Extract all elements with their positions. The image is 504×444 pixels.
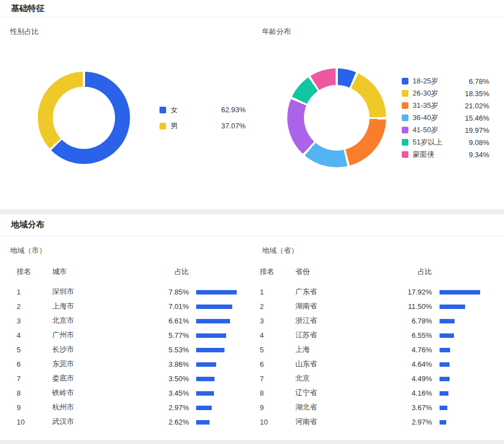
ratio-bar	[196, 420, 209, 425]
region-distribution-header: 地域分布	[0, 214, 504, 236]
legend-item-gender-1[interactable]: 男37.07%	[159, 122, 246, 131]
column-header-province: 省份	[296, 267, 385, 277]
age-legend: 18-25岁6.78%26-30岁18.35%31-35岁21.02%36-40…	[402, 77, 490, 159]
ratio-bar-cell	[189, 360, 241, 368]
ratio-bar-cell	[189, 389, 241, 397]
age-donut-chart	[287, 68, 386, 167]
gender-chart-body: 女62.93%男37.07%	[0, 37, 252, 199]
ratio-bar	[196, 348, 224, 352]
ratio-bar-cell	[432, 403, 489, 412]
rank-value: 8	[260, 389, 296, 397]
rank-value: 9	[17, 403, 52, 412]
legend-value: 19.97%	[465, 126, 489, 134]
legend-swatch-icon	[159, 123, 166, 129]
age-chart-label: 年龄分布	[252, 17, 504, 37]
region-name: 北京市	[52, 316, 141, 326]
table-row-city-6: 6东莞市3.86%	[17, 357, 241, 371]
region-distribution-title: 地域分布	[11, 219, 44, 230]
ratio-bar-cell	[189, 346, 241, 354]
gender-legend: 女62.93%男37.07%	[159, 106, 246, 131]
ratio-bar	[440, 420, 446, 425]
region-name: 铁岭市	[52, 388, 141, 398]
ratio-bar-cell	[189, 375, 241, 383]
gender-donut-chart	[38, 72, 130, 164]
region-name: 广州市	[52, 330, 141, 340]
table-row-province-9: 9湖北省3.67%	[260, 400, 489, 415]
ratio-bar	[196, 290, 237, 295]
region-name: 武汉市	[52, 417, 141, 427]
city-rank-table: 排名 城市 占比 1深圳市7.85%2上海市7.01%3北京市6.61%4广州市…	[17, 265, 241, 429]
gender-chart-label: 性别占比	[0, 17, 252, 37]
ratio-bar-cell	[189, 302, 241, 311]
legend-item-age-3[interactable]: 36-40岁15.46%	[402, 113, 490, 122]
region-name: 河南省	[296, 417, 385, 427]
legend-item-age-5[interactable]: 51岁以上9.08%	[402, 138, 490, 147]
legend-swatch-icon	[402, 139, 408, 146]
region-name: 北京	[296, 373, 385, 383]
region-distribution-card: 地域分布 地域（市） 排名 城市 占比 1深圳市7.85%2上海市7.01%3北…	[0, 214, 504, 440]
rank-value: 8	[17, 389, 52, 397]
province-table-rows: 1广东省17.92%2湖南省11.50%3浙江省6.78%4江苏省6.55%5上…	[260, 285, 489, 429]
legend-swatch-icon	[402, 127, 408, 133]
rank-value: 2	[17, 302, 52, 311]
rank-value: 5	[260, 346, 296, 354]
region-name: 杭州市	[52, 402, 141, 412]
ratio-bar-cell	[432, 375, 489, 383]
ratio-value: 3.86%	[141, 360, 189, 368]
table-row-city-3: 3北京市6.61%	[17, 313, 241, 328]
ratio-bar	[196, 391, 214, 396]
city-table-label: 地域（市）	[0, 236, 252, 256]
legend-value: 9.08%	[469, 138, 490, 147]
region-name: 山东省	[296, 359, 385, 369]
rank-value: 1	[17, 288, 52, 296]
ratio-bar	[196, 305, 232, 309]
table-row-city-7: 7娄底市3.50%	[17, 371, 241, 386]
ratio-bar-cell	[432, 302, 489, 311]
ratio-bar	[440, 305, 466, 309]
ratio-value: 6.61%	[141, 317, 189, 325]
ratio-value: 3.45%	[141, 389, 189, 397]
ratio-bar	[440, 391, 449, 396]
ratio-value: 6.78%	[385, 317, 432, 325]
legend-value: 37.07%	[221, 122, 246, 130]
legend-label: 36-40岁	[413, 113, 438, 123]
legend-item-age-0[interactable]: 18-25岁6.78%	[402, 77, 490, 86]
legend-item-age-1[interactable]: 26-30岁18.35%	[402, 89, 490, 98]
ratio-bar-cell	[432, 331, 489, 340]
rank-value: 4	[17, 331, 52, 340]
table-row-province-10: 10河南省2.97%	[260, 415, 489, 429]
column-header-rank: 排名	[17, 267, 52, 277]
legend-item-age-4[interactable]: 41-50岁19.97%	[402, 126, 490, 134]
legend-value: 21.02%	[465, 102, 489, 110]
legend-item-age-6[interactable]: 蒙面侠9.34%	[402, 150, 490, 159]
ratio-value: 4.49%	[385, 375, 432, 383]
ratio-bar-cell	[432, 360, 489, 368]
legend-item-gender-0[interactable]: 女62.93%	[159, 106, 246, 114]
region-name: 湖南省	[296, 301, 385, 311]
rank-value: 10	[260, 418, 296, 426]
ratio-value: 2.97%	[385, 418, 432, 426]
ratio-bar	[440, 362, 450, 367]
legend-value: 18.35%	[465, 89, 489, 98]
legend-item-age-2[interactable]: 31-35岁21.02%	[402, 101, 490, 110]
table-row-province-7: 7北京4.49%	[260, 371, 489, 386]
ratio-bar-cell	[432, 418, 489, 426]
table-row-city-2: 2上海市7.01%	[17, 299, 241, 313]
ratio-bar-cell	[189, 403, 241, 412]
ratio-bar	[196, 362, 216, 367]
legend-value: 6.78%	[469, 77, 490, 86]
city-table-rows: 1深圳市7.85%2上海市7.01%3北京市6.61%4广州市5.77%5长沙市…	[17, 285, 241, 429]
legend-label: 31-35岁	[413, 101, 438, 111]
gender-chart-section: 性别占比 女62.93%男37.07%	[0, 17, 252, 199]
donut-hole	[304, 85, 370, 151]
ratio-bar-cell	[432, 346, 489, 354]
legend-swatch-icon	[402, 114, 408, 121]
ratio-value: 3.50%	[141, 375, 189, 383]
legend-label: 男	[171, 121, 178, 131]
ratio-value: 2.62%	[141, 418, 189, 426]
province-table-header-row: 排名 省份 占比	[260, 265, 489, 279]
ratio-value: 6.55%	[385, 331, 432, 340]
ratio-bar	[440, 348, 450, 352]
legend-swatch-icon	[402, 102, 408, 109]
region-name: 深圳市	[52, 287, 141, 297]
